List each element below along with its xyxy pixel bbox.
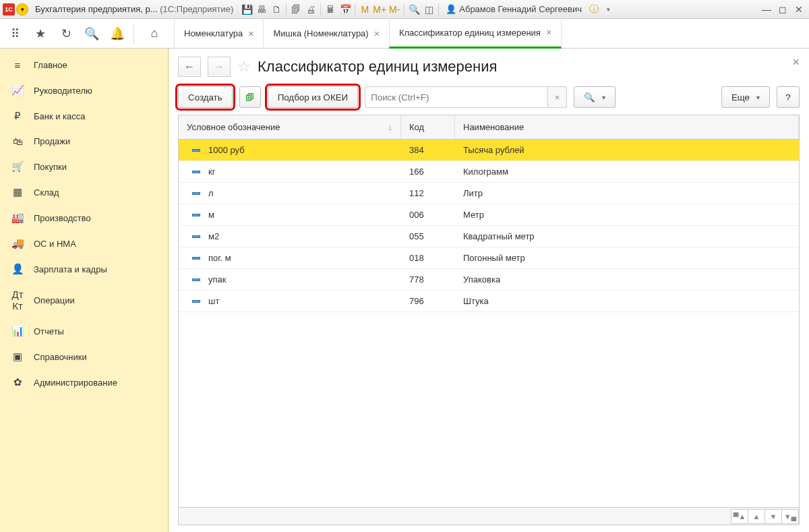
sidebar-item-3[interactable]: 🛍Продажи (0, 129, 168, 154)
tab-classifier[interactable]: Классификатор единиц измерения × (389, 19, 562, 49)
tab-label: Классификатор единиц измерения (399, 28, 541, 38)
page-up-button[interactable]: ▲ (748, 509, 765, 524)
panels-icon[interactable]: ◫ (422, 3, 436, 16)
app-title: Бухгалтерия предприятия, р... (1С:Предпр… (30, 4, 239, 14)
home-button[interactable]: ⌂ (141, 26, 168, 40)
table-row[interactable]: 1000 руб384Тысяча рублей (179, 140, 799, 161)
cell-name: Штука (455, 291, 799, 312)
preview-icon[interactable]: 🗋 (270, 3, 283, 16)
history-icon[interactable]: ↻ (57, 24, 76, 43)
user-name-label: Абрамов Геннадий Сергеевич (459, 4, 582, 14)
mem-m-button[interactable]: M (358, 3, 371, 16)
row-icon (192, 300, 200, 303)
info-icon[interactable]: ⓘ (587, 3, 601, 16)
sidebar-item-8[interactable]: 👤Зарплата и кадры (0, 256, 168, 282)
sidebar-item-2[interactable]: ₽Банк и касса (0, 103, 168, 129)
col-code[interactable]: Код (401, 115, 455, 139)
table-row[interactable]: шт796Штука (179, 291, 799, 312)
sidebar-icon: ✿ (11, 376, 24, 388)
print2-icon[interactable]: 🖨 (304, 3, 318, 16)
tab-bar: Номенклатура × Мишка (Номенклатура) × Кл… (175, 19, 562, 49)
row-icon (192, 278, 200, 281)
sidebar: ≡Главное📈Руководителю₽Банк и касса🛍Прода… (0, 49, 169, 532)
sidebar-item-10[interactable]: 📊Отчеты (0, 318, 168, 344)
close-button[interactable]: ✕ (791, 3, 806, 16)
sort-icon: ↓ (388, 122, 393, 132)
search-input[interactable] (365, 86, 548, 108)
minimize-button[interactable]: — (759, 3, 774, 16)
sidebar-icon: 👤 (11, 263, 24, 275)
table-row[interactable]: кг166Килограмм (179, 161, 799, 183)
sidebar-item-9[interactable]: Дт КтОперации (0, 282, 168, 318)
col-name[interactable]: Наименование (455, 115, 799, 139)
copy-button[interactable]: 🗐 (239, 86, 261, 108)
table-row[interactable]: м006Метр (179, 204, 799, 226)
help-button[interactable]: ? (777, 86, 800, 108)
sidebar-item-12[interactable]: ✿Администрирование (0, 370, 168, 395)
sidebar-icon: ≡ (11, 59, 24, 71)
sidebar-item-1[interactable]: 📈Руководителю (0, 78, 168, 103)
page-last-button[interactable]: ▼▄ (781, 509, 799, 524)
page-down-button[interactable]: ▼ (765, 509, 782, 524)
pick-okei-button[interactable]: Подбор из ОКЕИ (268, 86, 359, 108)
table-row[interactable]: пог. м018Погонный метр (179, 247, 799, 269)
sidebar-icon: ▦ (11, 186, 24, 198)
sidebar-icon: 📈 (11, 84, 24, 96)
more-button[interactable]: Еще▾ (721, 86, 770, 108)
sidebar-item-11[interactable]: ▣Справочники (0, 344, 168, 370)
maximize-button[interactable]: ◻ (775, 3, 790, 16)
mem-mminus-button[interactable]: M- (388, 3, 401, 16)
apps-icon[interactable]: ⠿ (5, 24, 24, 43)
sidebar-icon: 🚚 (11, 237, 24, 249)
tab-nomenclature[interactable]: Номенклатура × (174, 19, 264, 49)
search-icon[interactable]: 🔍 (82, 24, 101, 43)
create-button[interactable]: Создать (178, 86, 233, 108)
close-icon[interactable]: × (546, 27, 551, 38)
table-row[interactable]: л112Литр (179, 183, 799, 204)
col-symbol[interactable]: Условное обозначение ↓ (179, 115, 401, 139)
app-menu-dropdown[interactable]: ▾ (16, 3, 28, 16)
sidebar-item-6[interactable]: 🏭Производство (0, 205, 168, 231)
units-table: Условное обозначение ↓ Код Наименование … (178, 115, 800, 525)
sidebar-item-4[interactable]: 🛒Покупки (0, 154, 168, 179)
sidebar-item-7[interactable]: 🚚ОС и НМА (0, 231, 168, 256)
cell-name: Метр (455, 204, 799, 225)
calendar-icon[interactable]: 📅 (338, 3, 352, 16)
save-icon[interactable]: 💾 (240, 3, 253, 16)
table-row[interactable]: упак778Упаковка (179, 269, 799, 291)
content-area: × ← → ☆ Классификатор единиц измерения С… (169, 49, 809, 532)
page-close-button[interactable]: × (792, 55, 800, 69)
cell-code: 018 (401, 247, 455, 268)
sidebar-item-5[interactable]: ▦Склад (0, 179, 168, 205)
sidebar-item-label: Отчеты (34, 326, 64, 336)
compare-icon[interactable]: 🗐 (289, 3, 303, 16)
close-icon[interactable]: × (248, 28, 253, 39)
cell-code: 112 (401, 183, 455, 204)
search-dropdown-button[interactable]: 🔍▾ (574, 86, 616, 108)
toolbar: ⠿ ★ ↻ 🔍 🔔 ⌂ Номенклатура × Мишка (Номенк… (0, 19, 809, 49)
info-dropdown[interactable]: ▾ (602, 3, 616, 16)
cell-code: 796 (401, 291, 455, 312)
mem-mplus-button[interactable]: M+ (373, 3, 386, 16)
cell-name: Упаковка (455, 269, 799, 290)
nav-forward-button[interactable]: → (208, 57, 231, 77)
sidebar-item-0[interactable]: ≡Главное (0, 53, 168, 78)
sidebar-item-label: Производство (34, 213, 91, 223)
row-icon (192, 149, 200, 152)
favorites-icon[interactable]: ★ (31, 24, 50, 43)
tab-mishka[interactable]: Мишка (Номенклатура) × (263, 19, 389, 49)
table-row[interactable]: м2055Квадратный метр (179, 226, 799, 247)
bell-icon[interactable]: 🔔 (108, 24, 127, 43)
page-first-button[interactable]: ▀▲ (731, 509, 748, 524)
zoom-icon[interactable]: 🔍 (407, 3, 421, 16)
calculator-icon[interactable]: 🖩 (324, 3, 337, 16)
print-icon[interactable]: 🖶 (255, 3, 268, 16)
close-icon[interactable]: × (374, 28, 380, 39)
search-clear-button[interactable]: × (548, 86, 567, 108)
cell-name: Квадратный метр (455, 226, 799, 247)
current-user[interactable]: 👤 Абрамов Геннадий Сергеевич (442, 4, 586, 14)
nav-back-button[interactable]: ← (178, 57, 201, 77)
favorite-star-icon[interactable]: ☆ (237, 58, 251, 76)
row-icon (192, 257, 200, 260)
cell-name: Килограмм (455, 161, 799, 182)
